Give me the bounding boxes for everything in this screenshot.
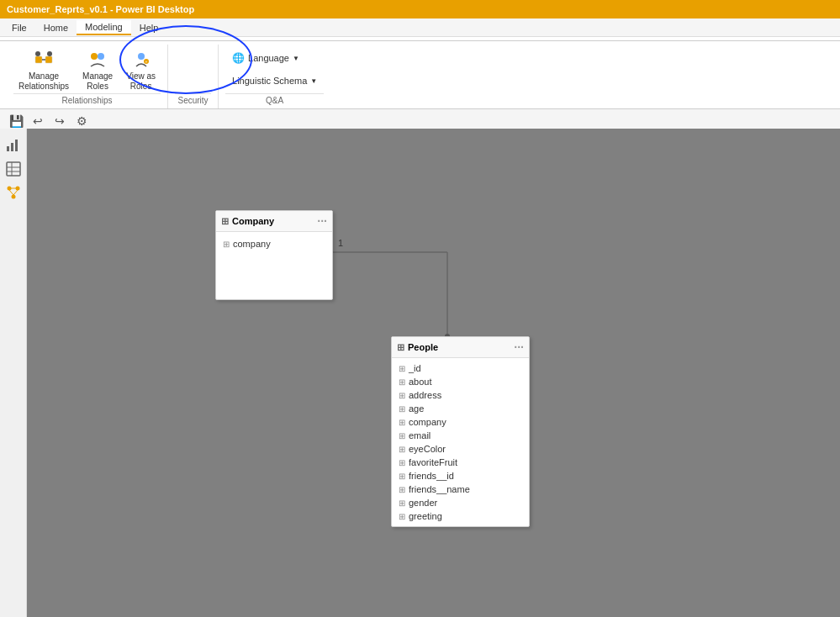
sidebar-icon-table[interactable] (3, 159, 24, 179)
people-field-favoritefruit[interactable]: ⊞ favoriteFruit (392, 456, 529, 469)
settings-button[interactable]: ⚙ (72, 112, 91, 130)
svg-rect-0 (35, 56, 42, 63)
field-eyecolor-icon: ⊞ (399, 445, 405, 454)
svg-point-6 (98, 53, 104, 60)
company-table-menu-icon[interactable]: ··· (317, 214, 327, 228)
field-age-icon: ⊞ (399, 404, 405, 414)
field-id-icon: ⊞ (399, 364, 405, 373)
company-field-company[interactable]: ⊞ company (216, 237, 332, 250)
svg-rect-12 (15, 140, 18, 151)
manage-roles-label: ManageRoles (82, 71, 113, 92)
undo-button[interactable]: ↩ (29, 112, 47, 130)
people-field-email[interactable]: ⊞ email (392, 429, 529, 442)
canvas[interactable]: 1 ⊞ Company ··· ⊞ company ⊞ (27, 129, 840, 617)
svg-text:+: + (145, 59, 147, 64)
language-arrow-icon: ▼ (293, 55, 299, 62)
company-field-label: company (233, 239, 271, 249)
language-dropdown-button[interactable]: 🌐 Language ▼ (225, 48, 324, 68)
field-friends-name-label: friends__name (409, 484, 470, 494)
language-row: 🌐 Language ▼ (232, 51, 317, 65)
svg-point-18 (15, 187, 19, 191)
people-field-greeting[interactable]: ⊞ greeting (392, 509, 529, 523)
people-field-eyecolor[interactable]: ⊞ eyeColor (392, 442, 529, 456)
language-icon: 🌐 (232, 52, 245, 64)
field-company-icon: ⊞ (399, 418, 405, 427)
field-age-label: age (409, 403, 424, 414)
people-field-friends-name[interactable]: ⊞ friends__name (392, 483, 529, 496)
field-about-icon: ⊞ (399, 377, 405, 387)
title-text: Customer_Reprts_v0.1 - Power BI Desktop (7, 4, 194, 14)
ribbon-group-security: Security (168, 45, 219, 108)
relationships-group-label: Relationships (13, 93, 161, 108)
people-field-friends-id[interactable]: ⊞ friends__id (392, 469, 529, 483)
field-guid-icon: ⊞ (399, 525, 405, 527)
ribbon-group-qa: 🌐 Language ▼ Linguistic Schema ▼ Q&A (219, 45, 330, 108)
svg-line-22 (13, 190, 18, 195)
field-guid-label: guid (409, 525, 426, 526)
manage-relationships-button[interactable]: ManageRelationships (13, 48, 74, 93)
people-field-company[interactable]: ⊞ company (392, 415, 529, 429)
people-field-guid[interactable]: ⊞ guid (392, 523, 529, 526)
people-table-header: ⊞ People ··· (392, 337, 529, 358)
field-email-label: email (409, 430, 431, 440)
view-as-roles-icon: + (131, 50, 151, 70)
people-table-body[interactable]: ⊞ _id ⊞ about ⊞ address ⊞ age ⊞ company … (392, 358, 529, 526)
field-favoritefruit-label: favoriteFruit (409, 457, 457, 467)
menu-home[interactable]: Home (35, 21, 77, 34)
ribbon-group-relationships: ManageRelationships ManageRoles (7, 45, 168, 108)
people-table-icon: ⊞ (397, 342, 404, 353)
field-greeting-label: greeting (409, 511, 442, 521)
people-header-left: ⊞ People (397, 342, 438, 353)
field-about-label: about (409, 377, 432, 387)
svg-line-21 (9, 190, 13, 195)
company-table-header: ⊞ Company ··· (216, 211, 332, 232)
people-table-title: People (408, 342, 438, 352)
sidebar-icon-report[interactable] (3, 135, 24, 156)
people-field-address[interactable]: ⊞ address (392, 388, 529, 402)
manage-relationships-icon (34, 50, 54, 70)
manage-relationships-label: ManageRelationships (18, 71, 69, 92)
field-address-label: address (409, 390, 441, 400)
field-friends-id-label: friends__id (409, 471, 454, 481)
svg-text:1: 1 (338, 238, 343, 248)
people-field-gender[interactable]: ⊞ gender (392, 496, 529, 509)
field-friends-id-icon: ⊞ (399, 472, 405, 481)
people-field-age[interactable]: ⊞ age (392, 402, 529, 415)
field-id-label: _id (409, 363, 421, 373)
linguistic-schema-arrow-icon: ▼ (310, 77, 317, 85)
svg-rect-11 (11, 143, 13, 151)
left-sidebar (0, 129, 27, 617)
field-friends-name-icon: ⊞ (399, 485, 405, 494)
linguistic-schema-dropdown-button[interactable]: Linguistic Schema ▼ (225, 71, 324, 90)
ribbon-content: ManageRelationships ManageRoles (0, 40, 840, 108)
svg-point-7 (138, 53, 145, 60)
field-company-label: company (409, 417, 446, 427)
svg-point-19 (11, 195, 15, 199)
view-as-roles-button[interactable]: + View asRoles (121, 48, 161, 93)
people-table-menu-icon[interactable]: ··· (514, 340, 524, 354)
svg-rect-1 (45, 56, 52, 63)
company-table[interactable]: ⊞ Company ··· ⊞ company (215, 210, 333, 300)
menu-file[interactable]: File (3, 21, 35, 34)
company-table-body: ⊞ company (216, 232, 332, 299)
sidebar-icon-model[interactable] (3, 182, 24, 203)
manage-roles-button[interactable]: ManageRoles (77, 48, 118, 93)
field-eyecolor-label: eyeColor (409, 444, 446, 454)
save-button[interactable]: 💾 (7, 112, 25, 130)
redo-button[interactable]: ↪ (50, 112, 69, 130)
people-table[interactable]: ⊞ People ··· ⊞ _id ⊞ about ⊞ address ⊞ a… (391, 336, 530, 527)
field-gender-icon: ⊞ (399, 498, 405, 508)
linguistic-schema-label: Linguistic Schema (232, 76, 307, 86)
menu-modeling[interactable]: Modeling (77, 20, 131, 35)
view-as-roles-label: View asRoles (126, 71, 156, 92)
menu-help[interactable]: Help (131, 21, 167, 34)
people-field-about[interactable]: ⊞ about (392, 375, 529, 388)
field-address-icon: ⊞ (399, 391, 405, 400)
linguistic-schema-row: Linguistic Schema ▼ (232, 75, 317, 87)
ribbon: ManageRelationships ManageRoles (0, 37, 840, 109)
menu-bar: File Home Modeling Help (0, 18, 840, 37)
field-favoritefruit-icon: ⊞ (399, 458, 405, 467)
security-group-label: Security (175, 93, 211, 108)
svg-point-5 (91, 53, 98, 60)
people-field-id[interactable]: ⊞ _id (392, 361, 529, 375)
